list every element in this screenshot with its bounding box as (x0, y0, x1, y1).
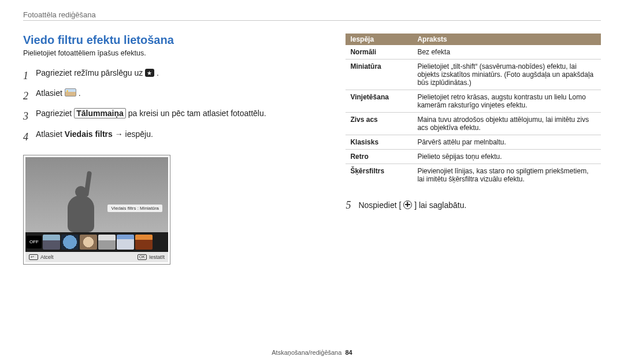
step-number: 4 (23, 127, 36, 147)
footer-section: Atskaņošana/rediģēšana (272, 349, 341, 356)
filter-thumb (61, 235, 79, 250)
step-text: Atlasiet Viedais filtrs → iespēju. (36, 127, 322, 142)
table-row: Klasisks Pārvērš attēlu par melnbaltu. (346, 135, 601, 150)
ok-key-icon: OK (138, 254, 147, 260)
option-header: Iespēja (346, 34, 413, 45)
steps-list: 1 Pagrieziet režīmu pārslēgu uz . 2 Atla… (23, 65, 322, 147)
header-rule (23, 20, 601, 21)
description-cell: Maina tuvu atrodošos objektu attēlojumu,… (413, 113, 601, 135)
filter-off-chip: OFF (27, 236, 42, 248)
option-cell: Klasisks (346, 135, 413, 150)
filter-thumb (80, 235, 97, 250)
description-cell: Pielietojiet „tilt-shift“ (sasvēruma-nob… (413, 60, 601, 90)
table-row: Normāli Bez efekta (346, 45, 601, 60)
description-cell: Bez efekta (413, 45, 601, 60)
mode-dial-icon (145, 69, 154, 77)
page: Fotoattēla rediģēšana Viedo filtru efekt… (0, 0, 624, 364)
current-filter-label: Viedais filtrs : Miniatūra (107, 205, 162, 212)
filter-thumb (135, 235, 153, 250)
table-row: Retro Pielieto sēpijas toņu efektu. (346, 150, 601, 164)
option-cell: Miniatūra (346, 60, 413, 90)
options-table: Iespēja Apraksts Normāli Bez efekta Mini… (346, 34, 601, 186)
step-4: 4 Atlasiet Viedais filtrs → iespēju. (23, 127, 322, 147)
step-5: 5 Nospiediet [ ] lai saglabātu. (346, 199, 601, 211)
right-column: Iespēja Apraksts Normāli Bez efekta Mini… (346, 34, 601, 265)
option-cell: Normāli (346, 45, 413, 60)
confirm-hint: OK Iestatīt (138, 254, 165, 260)
description-cell: Pārvērš attēlu par melnbaltu. (413, 135, 601, 150)
smart-filter-bold: Viedais filtrs (65, 129, 113, 139)
step-number: 1 (23, 65, 36, 86)
description-header: Apraksts (413, 34, 601, 45)
device-screen: Viedais filtrs : Miniatūra (25, 157, 168, 232)
step-2: 2 Atlasiet . (23, 86, 322, 106)
filter-thumb (117, 235, 134, 250)
table-row: Miniatūra Pielietojiet „tilt-shift“ (sas… (346, 60, 601, 90)
step-number: 3 (23, 106, 36, 126)
back-key-icon: ↩ (29, 254, 38, 260)
footer-page-number: 84 (345, 349, 352, 356)
step-number: 5 (346, 199, 358, 211)
section-subtitle: Pielietojiet fotoattēliem īpašus efektus… (23, 49, 322, 57)
content-columns: Viedo filtru efektu lietošana Pielietoji… (23, 34, 601, 265)
step-text: Nospiediet [ ] lai saglabātu. (358, 200, 601, 210)
step-number: 2 (23, 86, 36, 106)
device-bottom-bar: ↩ Atcelt OK Iestatīt (25, 252, 168, 262)
option-cell: Šķērsfiltrs (346, 164, 413, 187)
device-screenshot: Viedais filtrs : Miniatūra OFF ↩ Atcelt (23, 155, 170, 265)
photo-silhouette-icon (60, 169, 102, 232)
option-cell: Vinjetēšana (346, 90, 413, 113)
zoom-boxed-label: Tālummaiņa (74, 108, 126, 118)
page-footer: Atskaņošana/rediģēšana 84 (0, 349, 624, 356)
section-title: Viedo filtru efektu lietošana (23, 34, 322, 47)
step-1: 1 Pagrieziet režīmu pārslēgu uz . (23, 65, 322, 86)
filter-thumbnail-strip: OFF (25, 232, 168, 252)
photo-thumbnail-icon (65, 88, 76, 96)
table-row: Vinjetēšana Pielietojiet retro krāsas, a… (346, 90, 601, 113)
filter-thumb (43, 235, 60, 250)
breadcrumb: Fotoattēla rediģēšana (23, 10, 601, 19)
description-cell: Pielietojiet retro krāsas, augstu kontra… (413, 90, 601, 113)
macro-flower-icon (403, 200, 412, 209)
cancel-hint: ↩ Atcelt (29, 254, 54, 260)
step-3: 3 Pagrieziet Tālummaiņa pa kreisi un pēc… (23, 106, 322, 126)
table-row: Šķērsfiltrs Pievienojiet līnijas, kas st… (346, 164, 601, 187)
table-row: Zivs acs Maina tuvu atrodošos objektu at… (346, 113, 601, 135)
left-column: Viedo filtru efektu lietošana Pielietoji… (23, 34, 322, 265)
step-text: Pagrieziet Tālummaiņa pa kreisi un pēc t… (36, 106, 322, 121)
description-cell: Pievienojiet līnijas, kas staro no spilg… (413, 164, 601, 187)
description-cell: Pielieto sēpijas toņu efektu. (413, 150, 601, 164)
option-cell: Zivs acs (346, 113, 413, 135)
step-text: Pagrieziet režīmu pārslēgu uz . (36, 65, 322, 81)
option-cell: Retro (346, 150, 413, 164)
filter-thumb (98, 235, 116, 250)
step-text: Atlasiet . (36, 86, 322, 101)
